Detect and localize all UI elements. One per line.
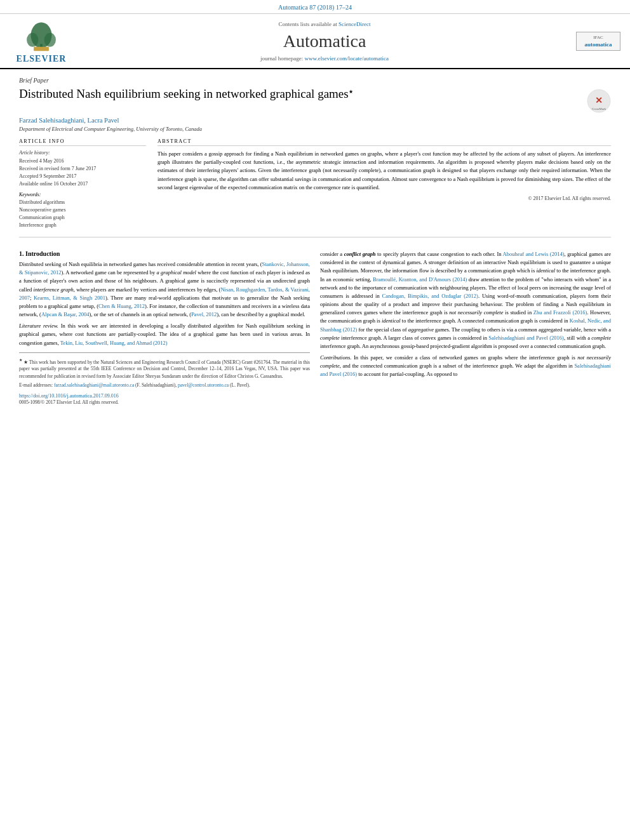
citation-text: Automatica 87 (2018) 17–24 xyxy=(278,4,352,11)
ref-salehisadaghiani-2016[interactable]: Salehisadaghiani and Pavel (2016) xyxy=(488,335,564,341)
keyword-4: Interference graph xyxy=(19,222,146,229)
contents-line: Contents lists available at ScienceDirec… xyxy=(279,21,371,27)
intro-section-title: 1. Introduction xyxy=(19,250,310,257)
journal-citation: Automatica 87 (2018) 17–24 xyxy=(0,0,630,13)
right-para-1: consider a conflict graph to specify pla… xyxy=(320,250,611,350)
email-2[interactable]: pavel@control.utoronto.ca xyxy=(178,382,229,388)
article-history-label: Article history: xyxy=(19,150,146,156)
paper-title: Distributed Nash equilibrium seeking in … xyxy=(19,86,580,102)
intro-para-1: Distributed seeking of Nash equilibria i… xyxy=(19,260,310,319)
journal-title: Automatica xyxy=(283,31,366,51)
paper-body: Brief Paper Distributed Nash equilibrium… xyxy=(0,69,630,250)
section-divider xyxy=(19,237,611,237)
svg-rect-4 xyxy=(34,47,49,51)
homepage-link[interactable]: www.elsevier.com/locate/automatica xyxy=(305,55,389,62)
abstract-heading: ABSTRACT xyxy=(158,138,611,146)
ref-kearns[interactable]: Kearns, Littman, & Singh 2001 xyxy=(34,295,105,301)
email-1[interactable]: farzad.salehisadaghiani@mail.utoronto.ca xyxy=(54,382,134,388)
ref-pavel[interactable]: Pavel, 2012 xyxy=(191,311,217,317)
footnote-star: ★ ★ This work has been supported by the … xyxy=(19,357,310,380)
crossmark-icon: ✕ CrossMark xyxy=(587,89,611,113)
ref-abouheaf[interactable]: Abouheaf and Lewis (2014) xyxy=(503,251,565,257)
abstract-section: ABSTRACT This paper considers a gossip a… xyxy=(158,138,611,229)
doi-link[interactable]: https://doi.org/10.1016/j.automatica.201… xyxy=(19,393,119,399)
copyright: © 2017 Elsevier Ltd. All rights reserved… xyxy=(158,196,611,201)
automatica-logo-text: automatica xyxy=(580,41,616,48)
brief-paper-label: Brief Paper xyxy=(19,77,611,84)
main-content: 1. Introduction Distributed seeking of N… xyxy=(0,250,630,408)
ref-koshal[interactable]: Koshal, Nedic, and Shanbhag (2012) xyxy=(320,317,611,332)
keyword-3: Communication graph xyxy=(19,214,146,222)
journal-center: Contents lists available at ScienceDirec… xyxy=(83,18,566,64)
ref-alpcan[interactable]: Alpcan & Başar, 2004 xyxy=(41,311,90,317)
affiliation: Department of Electrical and Computer En… xyxy=(19,126,611,132)
ref-candogan[interactable]: Candogan, Bimpikis, and Ozdaglar (2012) xyxy=(382,293,478,299)
keyword-1: Distributed algorithms xyxy=(19,199,146,206)
star-footnote: ★ xyxy=(349,89,353,95)
sciencedirect-link[interactable]: ScienceDirect xyxy=(338,21,370,27)
journal-logo-right: IFAC automatica xyxy=(573,18,624,64)
svg-point-3 xyxy=(44,33,56,47)
article-info: ARTICLE INFO Article history: Received 4… xyxy=(19,138,146,229)
svg-point-2 xyxy=(27,33,38,47)
keyword-2: Noncooperative games xyxy=(19,206,146,214)
automatica-logo-box: IFAC automatica xyxy=(576,32,620,51)
paper-title-row: Distributed Nash equilibrium seeking in … xyxy=(19,86,611,113)
available-date: Available online 16 October 2017 xyxy=(19,180,146,188)
footnote-section: ★ ★ This work has been supported by the … xyxy=(19,352,310,406)
footnote-email: E-mail addresses: farzad.salehisadaghian… xyxy=(19,382,310,389)
journal-homepage: journal homepage: www.elsevier.com/locat… xyxy=(260,55,389,62)
svg-text:CrossMark: CrossMark xyxy=(592,107,607,110)
right-column: consider a conflict graph to specify pla… xyxy=(320,250,611,408)
left-column: 1. Introduction Distributed seeking of N… xyxy=(19,250,310,408)
elsevier-brand: ELSEVIER xyxy=(17,54,67,64)
ref-zhu[interactable]: Zhu and Frazzoli (2016) xyxy=(533,309,587,316)
svg-text:✕: ✕ xyxy=(595,96,603,105)
right-para-2: Contributions. In this paper, we conside… xyxy=(320,354,611,379)
journal-header: ELSEVIER Contents lists available at Sci… xyxy=(0,13,630,69)
ref-bramolle[interactable]: Bramoullé, Kranton, and D'Amours (2014) xyxy=(373,276,467,283)
elsevier-tree-icon xyxy=(19,18,64,53)
ref-tekin[interactable]: Tekin, Liu, Southwell, Huang, and Ahmad … xyxy=(60,340,168,346)
article-info-abstract-row: ARTICLE INFO Article history: Received 4… xyxy=(19,138,611,229)
ref-chen[interactable]: Chen & Huang, 2012 xyxy=(98,303,145,309)
elsevier-logo: ELSEVIER xyxy=(6,18,76,64)
intro-para-2: Literature review. In this work we are i… xyxy=(19,322,310,347)
issn-line: 0005-1098/© 2017 Elsevier Ltd. All right… xyxy=(19,399,310,406)
keywords-label: Keywords: xyxy=(19,192,146,197)
article-info-heading: ARTICLE INFO xyxy=(19,138,146,146)
revised-date: Received in revised form 7 June 2017 xyxy=(19,165,146,173)
ref-salehisadaghiani-pavel[interactable]: Salehisadaghiani and Pavel (2016) xyxy=(320,363,611,377)
received-date: Received 4 May 2016 xyxy=(19,157,146,165)
accepted-date: Accepted 9 September 2017 xyxy=(19,173,146,180)
abstract-text: This paper considers a gossip approach f… xyxy=(158,150,611,192)
authors: Farzad Salehisadaghiani, Lacra Pavel xyxy=(19,117,611,124)
